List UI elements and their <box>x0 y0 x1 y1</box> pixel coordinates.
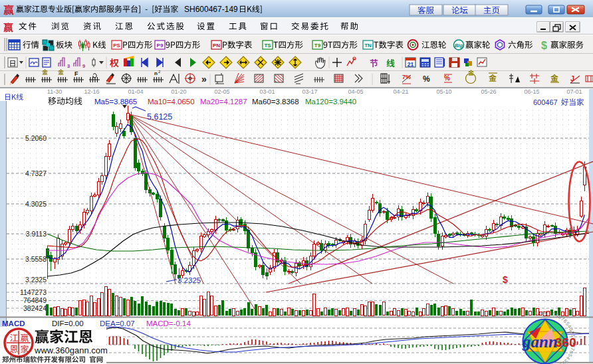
svg-text:04-05: 04-05 <box>348 88 363 95</box>
svg-text:3.9113: 3.9113 <box>26 230 47 238</box>
svg-text:DIF=0.00: DIF=0.00 <box>52 319 84 327</box>
svg-text:MACD=-0.14: MACD=-0.14 <box>146 319 191 327</box>
svg-text:Ma5=3.8865: Ma5=3.8865 <box>94 98 137 106</box>
svg-text:Ma60=3.8368: Ma60=3.8368 <box>252 98 299 106</box>
svg-text:02-05: 02-05 <box>214 88 229 95</box>
svg-text:11-30: 11-30 <box>47 88 62 95</box>
svg-text:3.5558: 3.5558 <box>25 255 47 263</box>
svg-text:5.6125: 5.6125 <box>147 112 172 122</box>
svg-text:T9: T9 <box>314 43 321 48</box>
svg-text:04-21: 04-21 <box>393 88 408 95</box>
svg-text:05-26: 05-26 <box>481 88 496 95</box>
svg-text:5.2060: 5.2060 <box>25 134 47 142</box>
svg-text:P9: P9 <box>157 43 164 48</box>
svg-text:www.360gann.com: www.360gann.com <box>34 345 108 355</box>
svg-text:gann: gann <box>522 333 558 351</box>
svg-text:Big: Big <box>455 43 463 48</box>
svg-text:05-10: 05-10 <box>436 88 451 95</box>
svg-text:TN: TN <box>364 43 372 48</box>
svg-text:PN: PN <box>213 43 220 48</box>
svg-text:01-04: 01-04 <box>128 88 143 95</box>
svg-text:01-20: 01-20 <box>171 88 186 95</box>
svg-text:4.3025: 4.3025 <box>25 200 47 208</box>
svg-text:$: $ <box>503 274 508 285</box>
svg-text:12-16: 12-16 <box>84 88 99 95</box>
svg-text:Ma10=4.0650: Ma10=4.0650 <box>148 98 195 106</box>
svg-text:21: 21 <box>408 61 414 68</box>
svg-text:06-15: 06-15 <box>524 88 539 95</box>
svg-text:03-17: 03-17 <box>302 88 317 95</box>
svg-text:600467: 600467 <box>533 98 558 106</box>
svg-text:7%: 7% <box>402 74 411 80</box>
svg-text:9: 9 <box>82 63 85 69</box>
svg-text:Ma120=3.9440: Ma120=3.9440 <box>305 98 356 106</box>
svg-text:4.7327: 4.7327 <box>25 169 47 177</box>
svg-text:360: 360 <box>555 335 576 349</box>
svg-text:382424: 382424 <box>23 304 47 312</box>
svg-text:%: % <box>423 74 430 84</box>
svg-text:3: 3 <box>67 63 70 69</box>
svg-text:SH600467-149: SH600467-149 <box>184 5 238 14</box>
svg-text:TS: TS <box>264 43 271 48</box>
svg-text:1147273: 1147273 <box>20 288 47 296</box>
svg-text:764849: 764849 <box>23 296 47 304</box>
svg-text:»: » <box>201 74 207 84</box>
svg-text:MACD: MACD <box>2 319 25 327</box>
svg-text:3: 3 <box>542 310 546 316</box>
svg-text:DEA=0.07: DEA=0.07 <box>100 319 135 327</box>
svg-text:03-01: 03-01 <box>259 88 275 95</box>
svg-text:3.2325: 3.2325 <box>178 276 201 284</box>
svg-text:Ma20=4.1287: Ma20=4.1287 <box>200 98 247 106</box>
svg-text:07-01: 07-01 <box>566 88 582 95</box>
svg-text:PS: PS <box>113 43 120 48</box>
svg-text:n: n <box>154 70 158 76</box>
svg-text:F: F <box>74 70 78 77</box>
svg-text:%: % <box>444 74 450 82</box>
svg-text:$: $ <box>541 40 547 51</box>
svg-text:3.2325: 3.2325 <box>25 276 47 284</box>
